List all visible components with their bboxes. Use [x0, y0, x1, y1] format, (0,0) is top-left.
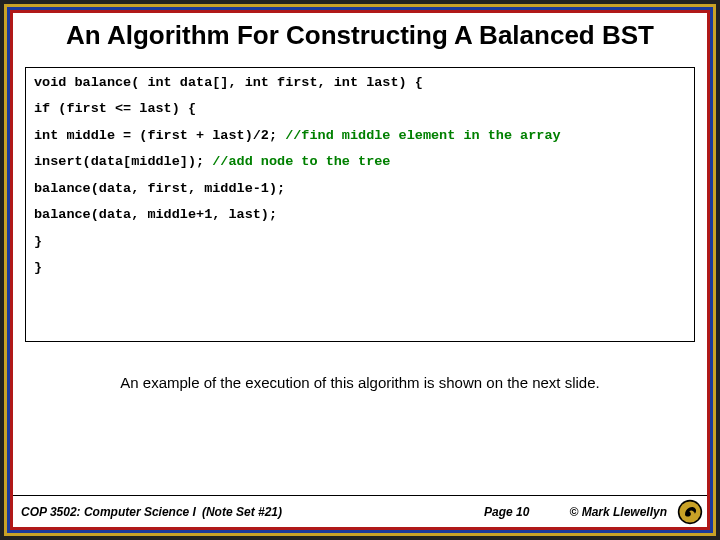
- footer-note: (Note Set #21): [202, 505, 484, 519]
- footer-page: Page 10: [484, 505, 529, 519]
- code-comment-1: //find middle element in the array: [285, 128, 560, 143]
- code-line-4: insert(data[middle]);: [34, 154, 212, 169]
- code-line-8: }: [34, 260, 42, 275]
- slide-title: An Algorithm For Constructing A Balanced…: [43, 21, 677, 51]
- code-line-7: }: [34, 234, 42, 249]
- code-line-2: if (first <= last) {: [34, 101, 196, 116]
- code-comment-2: //add node to the tree: [212, 154, 390, 169]
- caption-text: An example of the execution of this algo…: [13, 374, 707, 392]
- border-blue: An Algorithm For Constructing A Balanced…: [7, 7, 713, 533]
- code-line-3: int middle = (first + last)/2;: [34, 128, 285, 143]
- footer-copyright: © Mark Llewellyn: [569, 505, 667, 519]
- slide-content: An Algorithm For Constructing A Balanced…: [13, 13, 707, 527]
- footer-course: COP 3502: Computer Science I: [21, 505, 196, 519]
- code-line-5: balance(data, first, middle-1);: [34, 181, 285, 196]
- code-line-1: void balance( int data[], int first, int…: [34, 75, 423, 90]
- border-red: An Algorithm For Constructing A Balanced…: [10, 10, 710, 530]
- slide-outer-frame: An Algorithm For Constructing A Balanced…: [0, 0, 720, 540]
- ucf-pegasus-logo: [677, 499, 703, 525]
- title-area: An Algorithm For Constructing A Balanced…: [13, 13, 707, 61]
- footer-bar: COP 3502: Computer Science I (Note Set #…: [13, 495, 707, 527]
- border-gold: An Algorithm For Constructing A Balanced…: [4, 4, 716, 536]
- code-box: void balance( int data[], int first, int…: [25, 67, 695, 342]
- code-line-6: balance(data, middle+1, last);: [34, 207, 277, 222]
